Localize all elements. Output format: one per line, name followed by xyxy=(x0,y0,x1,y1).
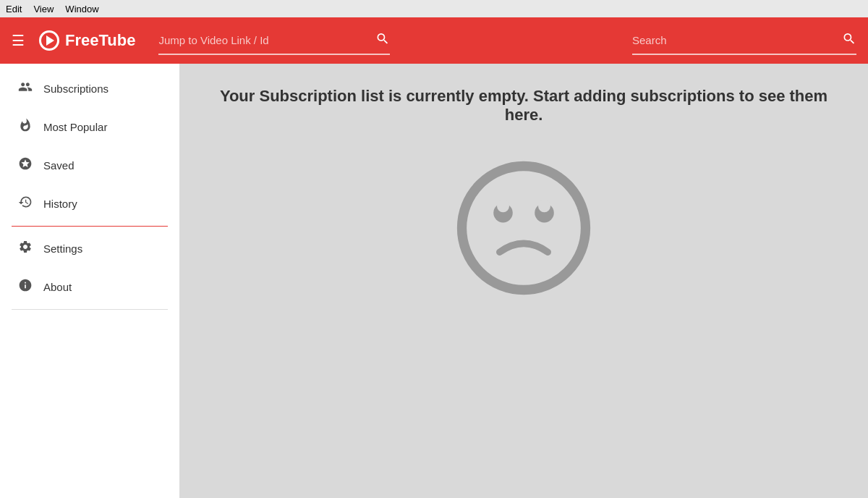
search-icon xyxy=(842,32,856,46)
empty-message: Your Subscription list is currently empt… xyxy=(203,87,845,124)
sidebar-item-history[interactable]: History xyxy=(0,185,179,223)
most-popular-label: Most Popular xyxy=(43,121,107,133)
history-icon xyxy=(17,195,33,213)
search-input-wrap xyxy=(632,26,856,55)
about-label: About xyxy=(43,281,72,293)
jump-input-wrap xyxy=(158,26,390,55)
menu-window[interactable]: Window xyxy=(65,4,98,14)
main-content: Your Subscription list is currently empt… xyxy=(179,64,868,498)
saved-label: Saved xyxy=(43,159,75,172)
nav-divider-bottom xyxy=(12,309,168,310)
jump-search-icon xyxy=(375,32,390,46)
sad-face-illustration xyxy=(455,159,592,297)
subscriptions-label: Subscriptions xyxy=(43,83,109,95)
saved-icon xyxy=(17,156,33,174)
nav-divider-red xyxy=(12,226,168,227)
most-popular-icon xyxy=(17,118,33,136)
svg-point-4 xyxy=(538,200,550,212)
sidebar-item-saved[interactable]: Saved xyxy=(0,146,179,185)
sidebar-item-about[interactable]: About xyxy=(0,268,179,306)
app-title: FreeTube xyxy=(65,31,135,50)
subscriptions-icon xyxy=(17,80,33,98)
layout: Subscriptions Most Popular Saved History xyxy=(0,64,868,498)
sidebar-item-subscriptions[interactable]: Subscriptions xyxy=(0,69,179,108)
search-input[interactable] xyxy=(632,26,856,55)
menu-view[interactable]: View xyxy=(33,4,54,14)
logo: FreeTube xyxy=(39,30,135,51)
header: ☰ FreeTube xyxy=(0,17,868,64)
sidebar-item-settings[interactable]: Settings xyxy=(0,229,179,268)
about-icon xyxy=(17,278,33,296)
menu-edit[interactable]: Edit xyxy=(6,4,22,14)
settings-label: Settings xyxy=(43,242,82,255)
play-icon xyxy=(46,35,54,46)
search-button[interactable] xyxy=(842,32,856,50)
menubar: Edit View Window xyxy=(0,0,868,17)
hamburger-menu[interactable]: ☰ xyxy=(12,32,25,49)
settings-icon xyxy=(17,240,33,258)
logo-icon xyxy=(39,30,59,51)
sidebar: Subscriptions Most Popular Saved History xyxy=(0,64,179,498)
jump-input[interactable] xyxy=(158,26,390,55)
jump-search-button[interactable] xyxy=(375,32,390,50)
svg-point-0 xyxy=(462,166,586,290)
history-label: History xyxy=(43,198,77,210)
svg-point-2 xyxy=(497,200,509,212)
sidebar-item-most-popular[interactable]: Most Popular xyxy=(0,108,179,146)
